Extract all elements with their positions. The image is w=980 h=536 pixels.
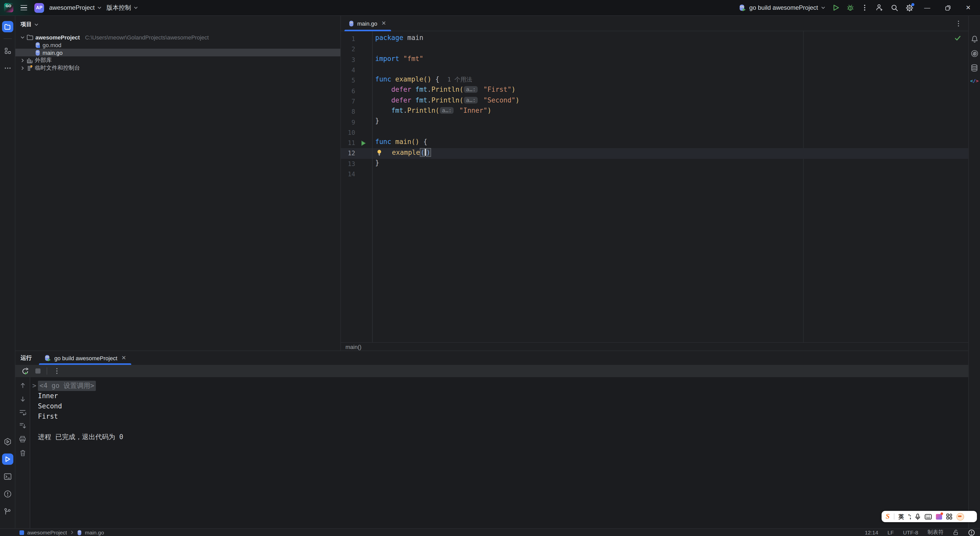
gutter-line[interactable]: 13 bbox=[341, 159, 372, 169]
main-menu-icon[interactable] bbox=[19, 3, 29, 13]
debug-button[interactable] bbox=[847, 4, 854, 11]
ime-keyboard-icon[interactable] bbox=[924, 514, 932, 519]
run-button[interactable] bbox=[832, 4, 840, 11]
terminal-tool-button[interactable] bbox=[2, 471, 13, 482]
code-with-me-icon[interactable] bbox=[875, 3, 884, 12]
chevron-collapsed-icon[interactable] bbox=[21, 66, 25, 70]
code-line: package main bbox=[372, 34, 968, 45]
scroll-up-icon[interactable] bbox=[19, 382, 26, 389]
folded-setup-calls[interactable]: <4 go 设置调用> bbox=[38, 381, 96, 391]
settings-button[interactable] bbox=[906, 4, 913, 11]
more-tool-windows-button[interactable] bbox=[2, 62, 13, 74]
vcs-menu[interactable]: 版本控制 bbox=[107, 3, 138, 12]
file-name: main.go bbox=[43, 49, 62, 56]
services-tool-button[interactable] bbox=[2, 436, 13, 447]
breadcrumb[interactable]: main() bbox=[341, 342, 968, 350]
project-tool-button[interactable] bbox=[2, 21, 13, 32]
stop-button[interactable] bbox=[35, 369, 40, 374]
code-line: import "fmt" bbox=[372, 54, 968, 65]
gutter-line[interactable]: 9 bbox=[341, 117, 372, 127]
tree-row-root[interactable]: awesomeProject C:\Users\meowr\GolandProj… bbox=[15, 33, 340, 41]
scroll-down-icon[interactable] bbox=[19, 396, 26, 402]
ime-skin-icon[interactable] bbox=[936, 514, 942, 519]
gutter-line[interactable]: 5 bbox=[341, 75, 372, 86]
gutter-line[interactable]: 1 bbox=[341, 34, 372, 45]
gutter-line[interactable]: 8 bbox=[341, 107, 372, 117]
console-line: First bbox=[32, 412, 968, 422]
gutter-line[interactable]: 14 bbox=[341, 169, 372, 180]
gutter-line[interactable]: 10 bbox=[341, 127, 372, 138]
gutter-line[interactable]: 2 bbox=[341, 45, 372, 55]
ime-emoji-icon[interactable] bbox=[956, 513, 964, 520]
tree-row-scratches[interactable]: 临时文件和控制台 bbox=[15, 64, 340, 72]
indent-style[interactable]: 制表符 bbox=[928, 529, 943, 536]
status-project[interactable]: awesomeProject bbox=[27, 529, 67, 536]
ime-mic-icon[interactable] bbox=[915, 513, 921, 520]
print-icon[interactable] bbox=[19, 436, 26, 443]
status-bar: awesomeProject main.go 12:14 LF UTF-8 制表… bbox=[0, 528, 980, 536]
gutter-line[interactable]: 11 bbox=[341, 138, 372, 148]
intention-bulb-icon[interactable] bbox=[376, 150, 382, 156]
more-actions-icon[interactable] bbox=[861, 4, 868, 11]
clear-console-icon[interactable] bbox=[19, 449, 26, 456]
ime-apps-grid-icon[interactable] bbox=[946, 514, 952, 520]
gutter-line[interactable]: 3 bbox=[341, 54, 372, 65]
project-panel-header[interactable]: 项目 bbox=[15, 16, 340, 31]
status-file[interactable]: main.go bbox=[85, 529, 104, 536]
run-panel-title[interactable]: 运行 bbox=[15, 351, 37, 365]
tab-maingo[interactable]: main.go ✕ bbox=[344, 16, 391, 31]
database-icon[interactable] bbox=[971, 64, 978, 72]
tree-row-external-libs[interactable]: 外部库 bbox=[15, 56, 340, 64]
fold-expander-icon[interactable]: > bbox=[32, 381, 38, 391]
restore-button[interactable] bbox=[941, 5, 955, 11]
code-lines[interactable]: package mainimport "fmt"func example() {… bbox=[372, 31, 968, 342]
sogou-logo-icon[interactable]: S bbox=[886, 512, 890, 521]
close-button[interactable]: ✕ bbox=[961, 4, 975, 11]
console-output[interactable]: ><4 go 设置调用>InnerSecondFirst进程 已完成，退出代码为… bbox=[30, 377, 968, 528]
version-control-tool-button[interactable] bbox=[2, 506, 13, 517]
editor-gutter[interactable]: 1234567891011121314 bbox=[341, 31, 372, 342]
editor-code-area[interactable]: 1234567891011121314 package mainimport "… bbox=[341, 31, 968, 342]
ime-language-mode[interactable]: 英 bbox=[899, 513, 904, 520]
chevron-expanded-icon[interactable] bbox=[21, 35, 25, 39]
run-configuration-selector[interactable]: go build awesomeProject bbox=[738, 4, 825, 11]
search-icon[interactable] bbox=[891, 4, 899, 11]
file-encoding[interactable]: UTF-8 bbox=[903, 529, 918, 536]
gutter-line[interactable]: 6 bbox=[341, 86, 372, 96]
breadcrumb-item[interactable]: main() bbox=[345, 344, 361, 350]
inspection-widget-icon[interactable] bbox=[968, 529, 975, 536]
tab-options-icon[interactable] bbox=[955, 20, 962, 27]
ime-punctuation-icon[interactable]: ’; bbox=[908, 513, 911, 520]
problems-tool-button[interactable] bbox=[2, 488, 13, 499]
project-selector[interactable]: awesomeProject bbox=[49, 4, 101, 11]
gutter-line[interactable]: 4 bbox=[341, 65, 372, 76]
notifications-bell-icon[interactable] bbox=[970, 35, 978, 43]
unlock-icon[interactable] bbox=[953, 529, 959, 536]
rerun-button[interactable] bbox=[22, 367, 29, 375]
gutter-line[interactable]: 7 bbox=[341, 96, 372, 107]
gutter-line[interactable]: 12 bbox=[341, 148, 372, 159]
caret-position[interactable]: 12:14 bbox=[865, 529, 878, 536]
minimize-button[interactable]: — bbox=[921, 4, 934, 11]
close-tab-icon[interactable]: ✕ bbox=[381, 20, 386, 27]
console-more-icon[interactable] bbox=[53, 367, 60, 375]
editor: main.go ✕ 1234567891011121314 package ma… bbox=[341, 16, 968, 350]
scroll-to-end-icon[interactable] bbox=[19, 422, 26, 429]
project-badge[interactable]: AP bbox=[34, 3, 44, 13]
code-line: func main() { bbox=[372, 138, 968, 148]
run-tab[interactable]: go build awesomeProject ✕ bbox=[39, 351, 131, 365]
run-line-icon[interactable] bbox=[361, 140, 366, 146]
ai-assistant-icon[interactable] bbox=[970, 50, 978, 57]
run-tool-button[interactable] bbox=[2, 453, 13, 465]
line-separator[interactable]: LF bbox=[888, 529, 894, 536]
code-line: defer fmt.Println(a…: "Second") bbox=[372, 96, 968, 107]
close-tab-icon[interactable]: ✕ bbox=[121, 355, 126, 361]
console-toolbar bbox=[15, 377, 30, 528]
tree-row-gomod[interactable]: go.mod bbox=[15, 41, 340, 49]
inspection-ok-icon[interactable] bbox=[955, 35, 961, 41]
tree-row-maingo-selected[interactable]: main.go bbox=[15, 49, 340, 56]
structure-tool-button[interactable] bbox=[2, 45, 13, 56]
endpoints-code-icon[interactable]: </> bbox=[970, 78, 979, 84]
chevron-collapsed-icon[interactable] bbox=[21, 58, 25, 62]
soft-wrap-icon[interactable] bbox=[19, 409, 26, 415]
